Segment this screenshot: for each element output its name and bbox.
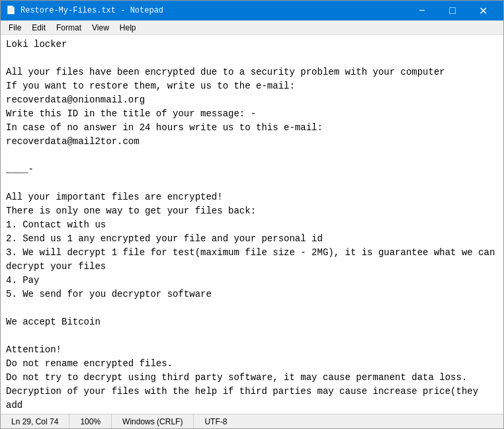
menu-bar: File Edit Format View Help	[1, 20, 503, 35]
maximize-button[interactable]: □	[437, 1, 468, 20]
title-bar-left: 📄 Restore-My-Files.txt - Notepad	[6, 5, 163, 16]
editor-area[interactable]: Loki locker All your files have been enc…	[1, 35, 503, 414]
window-title: Restore-My-Files.txt - Notepad	[21, 6, 163, 15]
editor-content: Loki locker All your files have been enc…	[6, 38, 498, 414]
menu-edit[interactable]: Edit	[26, 22, 51, 34]
title-bar-buttons: − □ ✕	[407, 1, 498, 20]
title-bar: 📄 Restore-My-Files.txt - Notepad − □ ✕	[1, 1, 503, 20]
status-zoom: 100%	[69, 414, 112, 428]
status-bar: Ln 29, Col 74 100% Windows (CRLF) UTF-8	[1, 414, 503, 428]
status-line-endings: Windows (CRLF)	[112, 414, 194, 428]
menu-view[interactable]: View	[87, 22, 114, 34]
close-button[interactable]: ✕	[468, 1, 498, 20]
status-position: Ln 29, Col 74	[1, 414, 69, 428]
menu-format[interactable]: Format	[51, 22, 87, 34]
menu-file[interactable]: File	[3, 22, 26, 34]
notepad-window: 📄 Restore-My-Files.txt - Notepad − □ ✕ F…	[0, 0, 504, 429]
status-encoding: UTF-8	[194, 414, 237, 428]
minimize-button[interactable]: −	[407, 1, 437, 20]
menu-help[interactable]: Help	[114, 22, 142, 34]
app-icon: 📄	[6, 5, 17, 16]
